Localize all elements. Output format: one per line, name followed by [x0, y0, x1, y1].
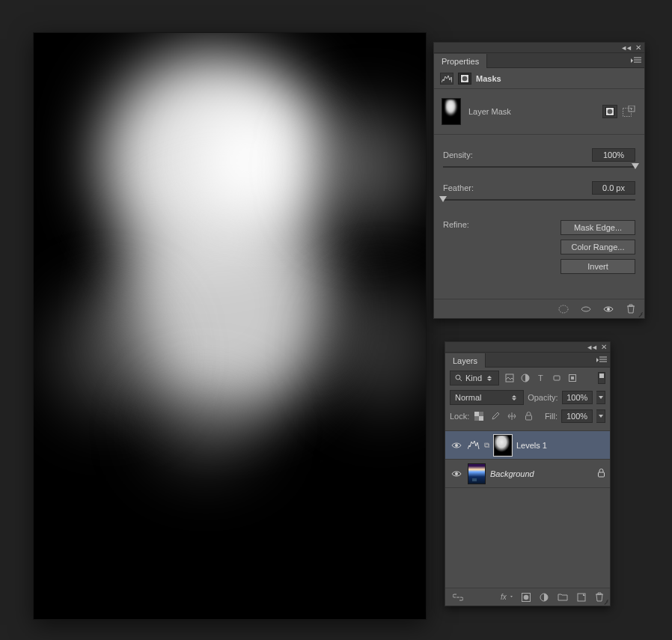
filter-row: Kind T: [450, 371, 605, 385]
svg-line-18: [459, 379, 462, 381]
layer-row[interactable]: Background: [445, 460, 610, 488]
fill-field[interactable]: 100%: [561, 409, 593, 423]
invert-button[interactable]: Invert: [560, 259, 635, 274]
svg-rect-26: [479, 416, 483, 421]
svg-rect-29: [525, 415, 531, 420]
svg-point-17: [456, 375, 460, 380]
properties-footer: [434, 299, 644, 318]
feather-field[interactable]: 0.0 px: [592, 181, 635, 195]
layers-panel: ◄◄ ✕ Layers Kind T: [445, 341, 611, 606]
mask-thumbnail[interactable]: [442, 98, 461, 125]
add-vector-mask-icon[interactable]: [622, 105, 637, 118]
mask-artwork: [34, 33, 426, 619]
filter-shape-icon[interactable]: [550, 371, 563, 385]
filter-pixel-icon[interactable]: [503, 371, 516, 385]
svg-rect-22: [554, 376, 560, 380]
resize-grip[interactable]: [637, 311, 643, 317]
panel-header: ◄◄ ✕: [434, 43, 644, 53]
svg-marker-3: [631, 58, 633, 63]
svg-text:fx: fx: [501, 593, 507, 601]
mask-icon[interactable]: [458, 73, 471, 85]
adjustment-icon[interactable]: [540, 593, 549, 602]
close-icon[interactable]: ✕: [601, 343, 607, 351]
filter-adjust-icon[interactable]: [519, 371, 532, 385]
mask-edge-button[interactable]: Mask Edge...: [560, 220, 635, 235]
svg-point-7: [608, 109, 613, 115]
layer-mask-label: Layer Mask: [468, 107, 511, 116]
close-icon[interactable]: ✕: [635, 43, 641, 52]
lock-pixels-icon[interactable]: [489, 410, 501, 422]
layer-thumb[interactable]: [468, 463, 486, 484]
visibility-toggle[interactable]: [450, 442, 463, 449]
svg-rect-24: [571, 377, 574, 380]
group-icon[interactable]: [558, 593, 568, 601]
filter-kind-label: Kind: [465, 374, 482, 383]
svg-point-12: [607, 308, 610, 311]
svg-text:T: T: [538, 374, 543, 383]
panel-header: ◄◄ ✕: [445, 342, 610, 353]
lock-all-icon[interactable]: [522, 410, 534, 422]
delete-mask-icon[interactable]: [625, 304, 637, 314]
feather-knob[interactable]: [439, 196, 447, 202]
document-canvas[interactable]: [34, 33, 426, 619]
layers-footer: fx: [445, 588, 610, 606]
resize-grip[interactable]: [602, 598, 608, 604]
mask-thumb-row: Layer Mask: [434, 89, 644, 135]
select-pixel-mask-icon[interactable]: [602, 105, 617, 118]
lock-label: Lock:: [450, 412, 469, 421]
opacity-field[interactable]: 100%: [562, 391, 593, 404]
color-range-button[interactable]: Color Range...: [560, 240, 635, 255]
mask-thumb[interactable]: [494, 435, 512, 456]
tab-properties[interactable]: Properties: [434, 54, 487, 68]
opacity-label: Opacity:: [528, 393, 558, 402]
svg-rect-27: [479, 412, 483, 416]
tab-bar: Layers: [445, 353, 610, 368]
collapse-icon[interactable]: ◄◄: [586, 344, 596, 351]
layer-name[interactable]: Levels 1: [516, 441, 547, 450]
toggle-mask-icon[interactable]: [602, 304, 614, 314]
density-label: Density:: [443, 150, 473, 159]
mask-link-icon[interactable]: ⧉: [484, 441, 489, 450]
load-selection-icon[interactable]: [558, 304, 569, 314]
lock-icon: [597, 469, 605, 479]
panel-menu-icon[interactable]: [596, 356, 607, 364]
svg-point-5: [462, 76, 468, 82]
layer-row[interactable]: ⧉ Levels 1: [445, 431, 610, 460]
fill-arrow[interactable]: [596, 409, 605, 423]
blend-mode-select[interactable]: Normal: [450, 390, 524, 405]
svg-marker-16: [596, 358, 599, 362]
svg-point-36: [524, 594, 529, 600]
layer-list: ⧉ Levels 1 Background: [445, 430, 610, 488]
link-layers-icon[interactable]: [453, 594, 463, 601]
density-slider[interactable]: [443, 166, 635, 168]
new-layer-icon[interactable]: [577, 593, 586, 602]
tab-layers[interactable]: Layers: [445, 353, 486, 368]
visibility-toggle[interactable]: [450, 470, 463, 478]
collapse-icon[interactable]: ◄◄: [620, 44, 631, 52]
refine-row: Refine: Mask Edge... Color Range... Inve…: [434, 219, 644, 283]
add-mask-icon[interactable]: [522, 593, 531, 602]
feather-slider[interactable]: [443, 199, 635, 201]
filter-smart-icon[interactable]: [566, 371, 579, 385]
layer-name[interactable]: Background: [490, 469, 534, 478]
opacity-arrow[interactable]: [596, 391, 605, 404]
filter-kind-select[interactable]: Kind: [450, 371, 499, 385]
levels-icon[interactable]: [440, 73, 453, 85]
levels-icon: [468, 440, 480, 450]
density-row: Density: 100%: [443, 148, 635, 168]
svg-point-31: [455, 472, 458, 475]
blend-mode-label: Normal: [455, 393, 481, 402]
panel-menu-icon[interactable]: [631, 57, 641, 64]
filter-toggle[interactable]: [598, 372, 605, 384]
density-field[interactable]: 100%: [592, 148, 635, 162]
feather-row: Feather: 0.0 px: [443, 181, 635, 201]
lock-position-icon[interactable]: [506, 410, 518, 422]
tab-bar: Properties: [434, 53, 644, 68]
lock-transparent-icon[interactable]: [473, 410, 485, 422]
svg-point-11: [559, 305, 568, 313]
density-knob[interactable]: [632, 163, 639, 169]
apply-mask-icon[interactable]: [580, 304, 592, 314]
fx-icon[interactable]: fx: [501, 593, 513, 601]
filter-type-icon[interactable]: T: [534, 371, 548, 385]
svg-rect-28: [474, 416, 479, 421]
